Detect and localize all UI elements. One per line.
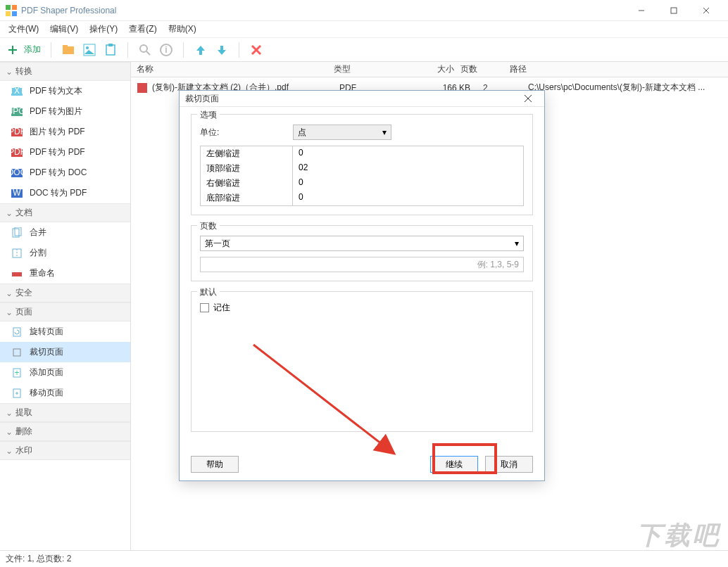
sidebar-item-rotate[interactable]: 旋转页面 <box>0 321 130 342</box>
sidebar-item-pdf-to-doc[interactable]: DOCPDF 转为 DOC <box>0 163 130 183</box>
default-legend: 默认 <box>197 286 220 298</box>
up-arrow-icon[interactable] <box>194 43 208 57</box>
category-page[interactable]: ⌄页面 <box>0 302 130 321</box>
margin-top-value[interactable]: 02 <box>292 161 523 176</box>
svg-rect-14 <box>106 45 115 55</box>
toolbar: 添加 i <box>0 38 728 62</box>
cancel-label: 取消 <box>501 459 517 471</box>
chevron-down-icon: ▾ <box>382 127 387 137</box>
sidebar-item-add-page[interactable]: +添加页面 <box>0 362 130 383</box>
menu-view[interactable]: 查看(Z) <box>123 22 162 37</box>
pages-value: 第一页 <box>205 238 230 250</box>
margins-grid[interactable]: 左侧缩进0 顶部缩进02 右侧缩进0 底部缩进0 <box>200 146 524 206</box>
menu-file[interactable]: 文件(W) <box>3 22 44 37</box>
txt-icon: TXT <box>11 86 23 97</box>
word-icon: W <box>11 188 23 199</box>
minimize-button[interactable] <box>625 0 658 21</box>
svg-text:+: + <box>14 368 19 378</box>
pdf-icon: PDF <box>11 127 23 138</box>
maximize-button[interactable] <box>658 0 690 21</box>
file-path: C:\Users\pc\Documents\(复制)-新建文本文档 ... <box>528 82 722 94</box>
separator <box>127 42 128 58</box>
pages-placeholder: 例: 1,3, 5-9 <box>477 259 519 271</box>
col-type[interactable]: 类型 <box>334 63 418 75</box>
sidebar-item-image-to-pdf[interactable]: PDF图片 转为 PDF <box>0 122 130 142</box>
pages-range-input[interactable]: 例: 1,3, 5-9 <box>200 257 524 272</box>
chevron-down-icon: ⌄ <box>6 427 13 437</box>
sidebar-item-label: 裁切页面 <box>30 346 63 358</box>
clipboard-icon[interactable] <box>103 43 118 57</box>
options-legend: 选项 <box>197 109 220 121</box>
image-icon[interactable] <box>82 43 96 57</box>
sidebar-item-label: DOC 转为 PDF <box>30 187 87 199</box>
sidebar-item-crop[interactable]: 裁切页面 <box>0 342 130 362</box>
category-convert[interactable]: ⌄转换 <box>0 62 130 81</box>
margin-left-value[interactable]: 0 <box>292 146 523 161</box>
category-delete[interactable]: ⌄删除 <box>0 422 130 441</box>
margin-bottom-value[interactable]: 0 <box>292 191 523 205</box>
delete-icon[interactable] <box>249 43 263 57</box>
unit-select[interactable]: 点▾ <box>293 125 391 140</box>
svg-text:i: i <box>165 45 167 55</box>
help-button[interactable]: 帮助 <box>191 456 239 473</box>
sidebar-item-label: PDF 转为 PDF <box>30 146 85 158</box>
dialog-close-button[interactable] <box>517 91 539 106</box>
menu-operate[interactable]: 操作(Y) <box>84 22 123 37</box>
category-extract[interactable]: ⌄提取 <box>0 403 130 422</box>
category-security[interactable]: ⌄安全 <box>0 284 130 302</box>
sidebar-item-label: 重命名 <box>30 267 55 279</box>
down-arrow-icon[interactable] <box>215 43 229 57</box>
folder-icon[interactable] <box>61 43 75 57</box>
sidebar-item-label: PDF 转为文本 <box>30 85 82 97</box>
sidebar-item-pdf-to-pdf[interactable]: PDFPDF 转为 PDF <box>0 142 130 163</box>
crop-dialog: 裁切页面 选项 单位: 点▾ 左侧缩进0 顶部缩进02 右侧缩进0 底部缩进0 … <box>179 90 545 481</box>
split-icon <box>11 248 23 259</box>
sidebar-item-doc-to-pdf[interactable]: WDOC 转为 PDF <box>0 183 130 203</box>
margin-left-label: 左侧缩进 <box>201 146 292 161</box>
sidebar-item-pdf-to-text[interactable]: TXTPDF 转为文本 <box>0 81 130 101</box>
col-path[interactable]: 路径 <box>510 63 722 75</box>
sidebar-item-move-page[interactable]: 移动页面 <box>0 383 130 403</box>
continue-label: 继续 <box>446 459 463 471</box>
move-page-icon <box>11 388 23 399</box>
remember-label: 记住 <box>213 302 230 314</box>
svg-rect-15 <box>108 44 113 46</box>
svg-rect-0 <box>6 5 11 10</box>
sidebar-item-rename[interactable]: 重命名 <box>0 263 130 284</box>
category-label: 页面 <box>15 306 32 318</box>
margin-right-value[interactable]: 0 <box>292 176 523 191</box>
remember-checkbox[interactable]: 记住 <box>200 302 524 314</box>
rename-icon <box>11 268 23 279</box>
info-icon[interactable]: i <box>159 43 173 57</box>
dialog-title: 裁切页面 <box>185 93 219 105</box>
category-watermark[interactable]: ⌄水印 <box>0 441 130 460</box>
col-pages[interactable]: 页数 <box>460 63 510 75</box>
continue-button[interactable]: 继续 <box>430 456 478 473</box>
pdf-file-icon <box>137 82 148 94</box>
sidebar-item-merge[interactable]: 合并 <box>0 222 130 243</box>
category-label: 水印 <box>15 445 32 457</box>
plus-icon <box>6 43 20 57</box>
chevron-down-icon: ⌄ <box>6 408 13 418</box>
svg-text:DOC: DOC <box>11 167 23 177</box>
close-button[interactable] <box>690 0 722 21</box>
margin-right-label: 右侧缩进 <box>201 176 292 191</box>
app-logo-icon <box>6 5 17 16</box>
unit-value: 点 <box>298 127 306 139</box>
sidebar-item-pdf-to-image[interactable]: JPGPDF 转为图片 <box>0 101 130 122</box>
menu-edit[interactable]: 编辑(V) <box>44 22 84 37</box>
sidebar-item-label: 分割 <box>30 247 46 259</box>
chevron-down-icon: ⌄ <box>6 307 13 317</box>
menu-help[interactable]: 帮助(X) <box>163 22 202 37</box>
pages-select[interactable]: 第一页▾ <box>200 236 524 251</box>
svg-point-13 <box>86 46 89 49</box>
category-document[interactable]: ⌄文档 <box>0 203 130 222</box>
pages-legend: 页数 <box>197 220 220 232</box>
col-size[interactable]: 大小 <box>418 63 460 75</box>
add-button[interactable]: 添加 <box>6 43 41 57</box>
col-name[interactable]: 名称 <box>137 63 334 75</box>
cancel-button[interactable]: 取消 <box>485 456 533 473</box>
search-icon[interactable] <box>138 43 152 57</box>
sidebar-item-split[interactable]: 分割 <box>0 243 130 263</box>
sidebar-item-label: 添加页面 <box>30 367 63 378</box>
